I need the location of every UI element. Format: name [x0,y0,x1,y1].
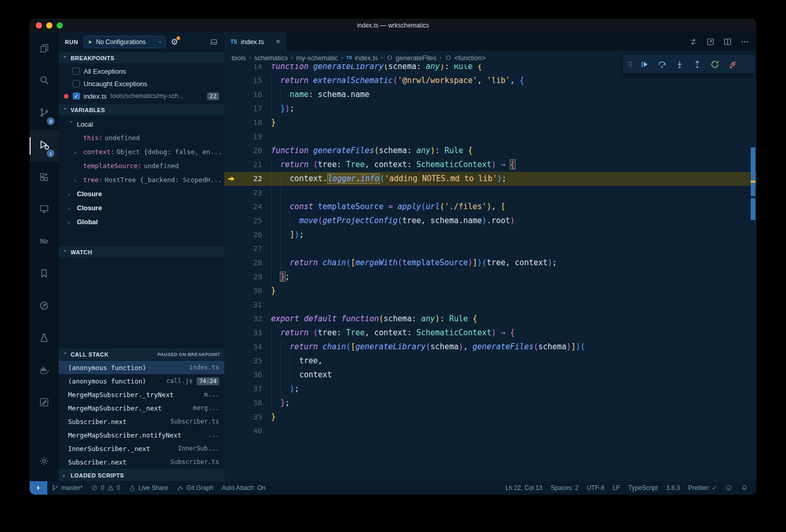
variable-item[interactable]: ›context: Object {debug: false, en... [59,145,224,159]
code-line[interactable]: 32export default function(schema: any): … [224,312,756,326]
code-line[interactable]: 28return chain([mergeWith(templateSource… [224,256,756,270]
call-stack-frame[interactable]: MergeMapSubscriber._tryNextm... [59,388,224,401]
debug-console-icon[interactable] [210,38,218,46]
code-line[interactable]: 22context.logger.info('adding NOTES.md t… [224,172,756,186]
editor-gutter[interactable]: 23 [224,186,271,200]
call-stack-section-header[interactable]: › CALL STACK PAUSED ON BREAKPOINT [59,348,224,360]
code-line[interactable]: 37); [224,382,756,396]
status-prettier[interactable]: Prettier: ✓ [684,481,721,495]
editor-gutter[interactable]: 37 [224,382,271,396]
code-line[interactable]: 36context [224,368,756,382]
code-line[interactable]: 23 [224,186,756,200]
call-stack-frame[interactable]: MergeMapSubscriber._nextmerg... [59,401,224,415]
minimize-window-button[interactable] [46,22,52,29]
status-git-branch[interactable]: master* [47,481,87,495]
breakpoint-item[interactable]: All Exceptions [59,65,224,77]
more-actions-button[interactable] [740,37,749,46]
status-notifications[interactable] [737,481,752,495]
code-line[interactable]: 24const templateSource = apply(url('./fi… [224,200,756,214]
code-line[interactable]: 21return (tree: Tree, context: Schematic… [224,158,756,172]
call-stack-frame[interactable]: InnerSubscriber._nextInnerSub... [59,442,224,455]
step-over-button[interactable] [653,57,671,72]
editor-gutter[interactable]: 17 [224,102,271,116]
code-line[interactable]: 16name: schema.name [224,88,756,102]
code-line[interactable]: 17}); [224,102,756,116]
activity-explorer-button[interactable] [30,33,59,65]
variable-item[interactable]: templateSource: undefined [59,159,224,173]
breakpoint-item[interactable]: Uncaught Exceptions [59,77,224,90]
status-language-mode[interactable]: TypeScript [624,481,662,495]
breakpoint-item[interactable]: ✓index.tstools/schematics/my-sch...22 [59,90,224,102]
editor-gutter[interactable]: 32 [224,312,271,326]
code-line[interactable]: 35tree, [224,354,756,368]
call-stack-frame[interactable]: (anonymous function)index.ts [59,361,224,374]
call-stack-frame[interactable]: MergeMapSubscriber.notifyNext... [59,428,224,442]
breadcrumb-item[interactable]: generateFiles [386,54,437,62]
breadcrumb-item[interactable]: my-schematic [296,54,338,62]
status-remote-indicator[interactable] [30,481,47,495]
watch-section-header[interactable]: › WATCH [59,246,224,257]
variables-scope-local[interactable]: ›Local [59,117,224,131]
code-line[interactable]: 15return externalSchematic('@nrwl/worksp… [224,74,756,88]
editor-gutter[interactable]: 20 [224,144,271,158]
open-file-button[interactable] [706,37,715,46]
code-line[interactable]: 38}; [224,396,756,410]
loaded-scripts-section-header[interactable]: › LOADED SCRIPTS [59,469,224,481]
disconnect-button[interactable] [724,57,741,72]
activity-source-control-button[interactable]: 3 [30,98,59,130]
editor-gutter[interactable]: 28 [224,256,271,270]
breadcrumb-item[interactable]: schematics [254,54,288,62]
breadcrumb-item[interactable]: tools [232,54,246,62]
code-line[interactable]: 20function generateFiles(schema: any): R… [224,144,756,158]
launch-config-dropdown[interactable]: No Configurations › [84,36,166,48]
configure-launch-gear-icon[interactable]: ⚙ [171,38,178,46]
activity-settings-button[interactable] [30,446,59,478]
editor-gutter[interactable]: 25 [224,214,271,228]
tab-index-ts[interactable]: TS index.ts × [224,32,287,51]
code-line[interactable]: 19 [224,130,756,144]
breakpoints-section-header[interactable]: › BREAKPOINTS [59,52,224,63]
editor-gutter[interactable]: 29 [224,270,271,284]
editor-gutter[interactable]: 33 [224,326,271,340]
close-tab-icon[interactable]: × [276,37,280,46]
code-editor[interactable]: 14function generateLibrary(schema: any):… [224,64,756,481]
variable-scope-group[interactable]: ›Closure [59,187,224,201]
editor-gutter[interactable]: 26 [224,228,271,242]
activity-extensions-button[interactable] [30,162,59,194]
breadcrumb-item[interactable]: <function> [445,54,486,62]
step-out-button[interactable] [688,57,706,72]
code-line[interactable]: 31 [224,298,756,312]
editor-gutter[interactable]: 40 [224,424,271,438]
variable-item[interactable]: this: undefined [59,131,224,145]
activity-testing-button[interactable] [30,323,59,355]
status-ts-version[interactable]: 3.8.3 [662,481,684,495]
close-window-button[interactable] [36,22,42,29]
status-git-graph[interactable]: Git Graph [172,481,218,495]
status-live-share[interactable]: Live Share [125,481,172,495]
status-problems[interactable]: 00 [87,481,124,495]
status-eol[interactable]: LF [608,481,624,495]
status-cursor-position[interactable]: Ln 22, Col 13 [501,481,546,495]
breakpoint-checkbox[interactable] [73,80,80,87]
activity-remote-explorer-button[interactable] [30,194,59,226]
code-line[interactable]: 25move(getProjectConfig(tree, schema.nam… [224,214,756,228]
editor-gutter[interactable]: 19 [224,130,271,144]
variable-item[interactable]: ›tree: HostTree {_backend: ScopedH... [59,173,224,187]
split-editor-button[interactable] [723,37,732,46]
zoom-window-button[interactable] [57,22,63,29]
editor-gutter[interactable]: 24 [224,200,271,214]
editor-gutter[interactable]: 31 [224,298,271,312]
call-stack-frame[interactable]: Subscriber.nextSubscriber.ts [59,415,224,428]
continue-button[interactable] [635,57,653,72]
status-auto-attach[interactable]: Auto Attach: On [218,481,269,495]
editor-gutter[interactable]: 36 [224,368,271,382]
breakpoint-checkbox[interactable]: ✓ [73,92,80,100]
code-line[interactable]: 18} [224,116,756,130]
step-into-button[interactable] [671,57,688,72]
activity-docker-button[interactable] [30,355,59,387]
editor-gutter[interactable]: 38 [224,396,271,410]
variables-section-header[interactable]: › VARIABLES [59,104,224,115]
editor-gutter[interactable]: 39 [224,410,271,424]
editor-gutter[interactable]: 22 [224,172,271,186]
restart-button[interactable] [706,57,724,72]
